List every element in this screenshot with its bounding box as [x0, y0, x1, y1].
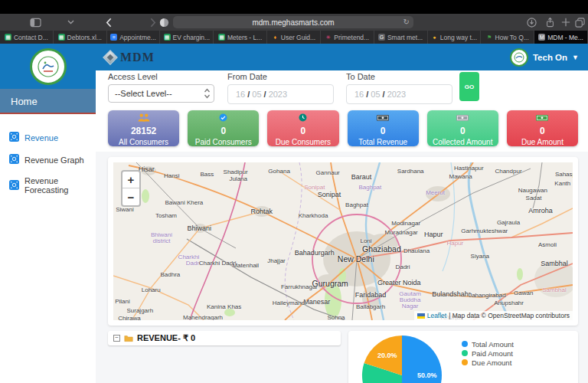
browser-tab[interactable]: ♦User Guid...	[267, 31, 321, 44]
sidebar-logo-area	[0, 44, 96, 89]
map-label: Baghpat	[358, 184, 381, 191]
brand-name: MDM	[120, 51, 155, 64]
zoom-in-button[interactable]: +	[122, 172, 139, 188]
leaflet-link[interactable]: Leaflet	[427, 312, 447, 319]
map-attribution: Leaflet | Map data © OpenStreetMap contr…	[414, 311, 573, 320]
sidebar-nav: RevenueRevenue GraphRevenue Forecasting	[0, 114, 96, 200]
from-date-input[interactable]: 16 / 05 / 2023	[227, 84, 334, 104]
tab-overview-icon[interactable]	[573, 17, 586, 28]
map-label: Sonipat	[304, 184, 325, 191]
map[interactable]: HisarHansiBassShadipurJulanaSiwaniBawani…	[113, 162, 573, 320]
revenue-section-bar[interactable]: − REVENUE- ₹ 0	[108, 331, 341, 345]
privacy-shield-icon[interactable]	[158, 17, 170, 28]
map-label: Dhaulana	[403, 247, 430, 254]
stat-label: Collected Amount	[433, 138, 492, 146]
browser-tab[interactable]: ▦Contact D...	[0, 31, 54, 44]
chevron-down-icon[interactable]	[64, 17, 77, 28]
tab-label: Appointme...	[119, 34, 156, 41]
from-year: 2023	[269, 90, 287, 99]
legend-item[interactable]: Due Amount	[462, 358, 514, 367]
legend-label: Due Amount	[472, 358, 511, 367]
back-icon[interactable]	[103, 17, 115, 28]
user-menu[interactable]: Tech On ▼	[510, 48, 579, 67]
stat-label: Total Revenue	[358, 138, 407, 146]
address-bar[interactable]: mdm.meghasmarts.com ↻	[173, 16, 413, 28]
map-label: Loni	[360, 237, 371, 244]
map-label: Baghpat	[345, 201, 368, 208]
tab-label: How To Q...	[495, 34, 529, 41]
map-label: Kanina Khas	[207, 303, 241, 309]
date-separator: /	[383, 90, 385, 99]
to-date-label: To Date	[346, 72, 452, 81]
legend-item[interactable]: Paid Amount	[462, 349, 514, 358]
stat-value: 0	[460, 126, 466, 137]
to-date-group: To Date 16 / 05 / 2023	[346, 72, 452, 104]
stat-card-due-amount: 0Due Amount	[507, 110, 578, 146]
share-icon[interactable]	[544, 17, 556, 28]
map-label: Sohna	[327, 313, 345, 320]
tab-bar: ▦Contact D...▦Debtors.xl...≡Appointme...…	[0, 31, 588, 44]
sidebar-item-revenue-graph[interactable]: Revenue Graph	[0, 149, 96, 171]
sidebar-item-home[interactable]: Home	[0, 89, 96, 114]
pie-chart: 50.0%30.0%20.0%	[348, 331, 570, 383]
browser-tab[interactable]: ▦EV chargin...	[160, 31, 214, 44]
access-level-select[interactable]: --Select Level--	[108, 84, 214, 103]
browser-tab[interactable]: ✳Primetend...	[321, 31, 374, 44]
browser-tab[interactable]: ≡Appointme...	[107, 31, 161, 44]
bottom-row: − REVENUE- ₹ 0 50.0%30.0%20.0% Total Amo…	[108, 331, 578, 383]
browser-tab[interactable]: GSmart met...	[374, 31, 428, 44]
from-day: 16	[236, 90, 245, 99]
collapse-icon[interactable]: −	[113, 335, 120, 342]
cash-dark-icon	[376, 112, 390, 126]
from-date-label: From Date	[227, 72, 334, 81]
map-label: Pilani	[115, 297, 130, 304]
map-label: Bawani Khera	[165, 198, 203, 205]
sidebar-toggle-icon[interactable]	[29, 17, 41, 28]
map-label: Dadri	[395, 264, 410, 270]
from-date-group: From Date 16 / 05 / 2023	[227, 72, 334, 104]
browser-tab[interactable]: ●Long way t...	[428, 31, 482, 44]
attribution-text: | Map data © OpenStreetMap contributors	[449, 312, 570, 319]
map-label: Gajraula	[497, 218, 520, 225]
zoom-out-button[interactable]: −	[122, 188, 139, 205]
new-tab-icon[interactable]	[560, 17, 572, 28]
tab-favicon: ●	[431, 34, 438, 41]
sidebar-item-revenue[interactable]: Revenue	[0, 126, 96, 149]
map-label: Rohtak	[251, 208, 273, 215]
map-label: Baraut	[351, 173, 372, 181]
reload-icon[interactable]: ↻	[403, 18, 410, 26]
stat-label: Due Consumers	[276, 138, 331, 146]
to-month: 05	[371, 90, 380, 99]
map-label: New Delhi	[338, 254, 374, 264]
map-label: Muradnagar	[385, 228, 418, 235]
url-text: mdm.meghasmarts.com	[252, 18, 334, 27]
stat-value: 0	[540, 126, 545, 137]
map-label: Bulandshahr	[432, 290, 471, 298]
browser-tab[interactable]: MMDM - Me...	[534, 31, 588, 44]
map-label: Gawan	[514, 289, 533, 296]
map-label: Bahadurgarh	[295, 249, 335, 257]
go-button[interactable]: GO	[459, 72, 479, 101]
browser-tab[interactable]: ▦Meters - L...	[214, 31, 267, 44]
map-label: Naugawan	[518, 187, 547, 194]
stat-label: Due Amount	[521, 138, 564, 146]
map-label: Hapur	[446, 240, 463, 247]
browser-tab[interactable]: ▦Debtors.xl...	[54, 31, 107, 44]
pie-slice-label: 20.0%	[377, 352, 397, 359]
stat-card-collected-amount: 0Collected Amount	[427, 110, 498, 146]
legend-item[interactable]: Total Amount	[462, 339, 514, 349]
download-icon[interactable]	[525, 17, 537, 28]
pie-legend: Total AmountPaid AmountDue Amount	[462, 339, 514, 367]
mdm-diamond-icon	[103, 50, 118, 65]
to-date-input[interactable]: 16 / 05 / 2023	[346, 84, 452, 104]
user-avatar	[510, 48, 528, 67]
tab-favicon: G	[378, 34, 385, 41]
map-label: Sardhana	[397, 168, 424, 175]
user-name: Tech On	[533, 53, 567, 62]
cash-green-icon	[535, 112, 549, 126]
map-label: Asmoli	[538, 241, 557, 248]
window-top-strip	[0, 0, 588, 14]
sidebar-item-revenue-forecasting[interactable]: Revenue Forecasting	[0, 171, 96, 200]
browser-tab[interactable]: ⚑How To Q...	[481, 31, 534, 44]
map-label: Garhmukteshwar	[461, 227, 508, 234]
